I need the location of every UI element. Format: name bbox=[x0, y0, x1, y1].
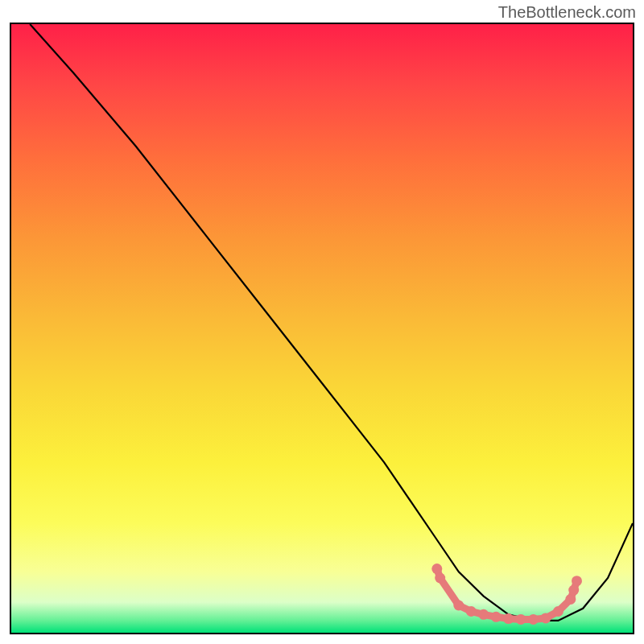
highlight-dot bbox=[568, 585, 579, 596]
highlight-dot bbox=[540, 613, 551, 623]
highlight-dot bbox=[553, 606, 564, 617]
chart-frame bbox=[10, 23, 634, 634]
chart-svg bbox=[11, 24, 633, 633]
bottleneck-curve bbox=[30, 24, 633, 621]
watermark-text: TheBottleneck.com bbox=[498, 3, 636, 22]
highlight-dot bbox=[572, 576, 582, 586]
highlight-dot bbox=[528, 614, 539, 625]
highlight-dot bbox=[565, 594, 576, 605]
highlight-dot bbox=[516, 614, 526, 625]
highlight-markers bbox=[431, 564, 582, 625]
highlight-dot bbox=[435, 573, 445, 584]
highlight-dot bbox=[503, 613, 514, 624]
highlight-dot bbox=[453, 601, 464, 611]
highlight-dot bbox=[478, 609, 489, 620]
highlight-dot bbox=[466, 606, 477, 617]
highlight-dot bbox=[431, 564, 442, 574]
highlight-dot bbox=[491, 612, 502, 622]
